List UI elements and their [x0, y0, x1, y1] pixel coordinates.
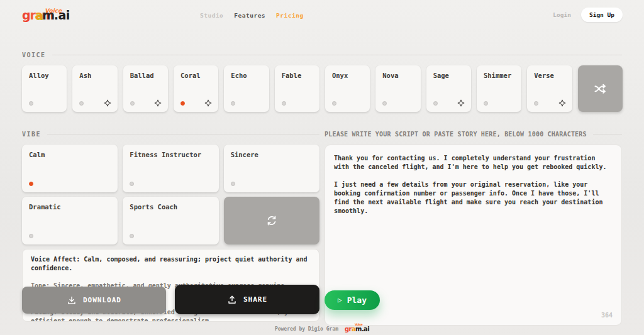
- selection-dot: [534, 101, 538, 106]
- selection-dot: [332, 101, 336, 106]
- share-button-label: SHARE: [243, 295, 267, 304]
- vibe-section-label: VIBE: [22, 131, 319, 138]
- sparkle-icon: [457, 99, 465, 107]
- section-rule: [593, 134, 622, 135]
- affect-paragraph: Voice Affect: Calm, composed, and reassu…: [31, 255, 311, 273]
- download-icon: [67, 295, 77, 305]
- voice-card-label: Sage: [433, 72, 449, 79]
- selection-dot: [231, 182, 235, 186]
- voice-card-alloy[interactable]: Alloy: [22, 65, 67, 112]
- sparkle-icon: [558, 99, 566, 107]
- app-logo: Voicegram.ai: [22, 6, 70, 25]
- powered-by-text: Powered by Digio Gram: [275, 326, 338, 332]
- voice-card-label: Alloy: [29, 72, 49, 79]
- signup-button[interactable]: Sign Up: [581, 8, 623, 22]
- voice-card-label: Verse: [534, 72, 554, 79]
- voice-card-echo[interactable]: Echo: [224, 65, 269, 112]
- script-section-title: PLEASE WRITE YOUR SCRIPT OR PASTE STORY …: [325, 131, 587, 138]
- vibe-card-label: Sincere: [231, 151, 258, 158]
- play-button-label: Play: [347, 295, 367, 305]
- voice-card-label: Onyx: [332, 72, 348, 79]
- sparkle-icon: [204, 99, 212, 107]
- share-button[interactable]: SHARE: [175, 285, 319, 314]
- char-counter: 364: [601, 312, 613, 319]
- selection-dot: [130, 182, 134, 186]
- voice-card-onyx[interactable]: Onyx: [325, 65, 370, 112]
- voice-card-label: Coral: [180, 72, 201, 79]
- script-section-label: PLEASE WRITE YOUR SCRIPT OR PASTE STORY …: [325, 131, 622, 138]
- voice-card-coral[interactable]: Coral: [174, 65, 218, 112]
- voice-card-label: Echo: [231, 72, 247, 79]
- play-icon: ▷: [338, 296, 342, 304]
- vibe-section-title: VIBE: [22, 131, 41, 138]
- selection-dot: [484, 101, 488, 106]
- vibe-card-label: Sports Coach: [130, 203, 177, 211]
- voice-card-label: Shimmer: [484, 72, 511, 79]
- vibe-card-label: Calm: [29, 151, 45, 158]
- sparkle-icon: [104, 99, 111, 107]
- voice-card-nova[interactable]: Nova: [375, 65, 420, 112]
- selection-dot: [79, 101, 84, 106]
- voice-card-label: Ballad: [130, 72, 154, 79]
- voice-card-fable[interactable]: Fable: [275, 65, 319, 112]
- vibe-card-fitness-instructor[interactable]: Fitness Instructor: [123, 145, 218, 192]
- nav-item-studio[interactable]: Studio: [200, 12, 223, 19]
- footer-logo: Voicegram.ai: [345, 326, 369, 332]
- header: Voicegram.ai Studio Features Pricing Log…: [0, 0, 644, 31]
- selection-dot: [382, 101, 387, 106]
- section-rule: [52, 55, 622, 55]
- selection-dot: [29, 182, 33, 186]
- vibe-card-label: Dramatic: [29, 203, 61, 211]
- selection-dot: [130, 101, 135, 106]
- voice-section-title: VOICE: [22, 52, 46, 58]
- selection-dot: [433, 101, 438, 106]
- section-rule: [47, 134, 319, 135]
- voice-card-ballad[interactable]: Ballad: [123, 65, 168, 112]
- voice-card-label: Ash: [79, 72, 91, 79]
- voice-section-label: VOICE: [22, 52, 622, 58]
- voice-card-verse[interactable]: Verse: [527, 65, 572, 112]
- selection-dot: [130, 234, 134, 238]
- download-button[interactable]: DOWNLOAD: [22, 287, 166, 314]
- selection-dot: [231, 101, 235, 106]
- voice-row: Alloy Ash Ballad Coral Echo Fable Onyx N…: [22, 65, 623, 112]
- voice-card-ash[interactable]: Ash: [72, 65, 117, 112]
- shuffle-icon: [592, 80, 608, 97]
- vibe-card-label: Fitness Instructor: [130, 151, 201, 158]
- voice-card-sage[interactable]: Sage: [426, 65, 471, 112]
- auth-area: Login Sign Up: [553, 8, 623, 22]
- nav-item-features[interactable]: Features: [234, 12, 265, 19]
- voice-card-label: Fable: [282, 72, 302, 79]
- download-button-label: DOWNLOAD: [83, 296, 121, 304]
- login-link[interactable]: Login: [553, 11, 571, 18]
- vibe-card-sincere[interactable]: Sincere: [224, 145, 319, 192]
- nav-item-pricing[interactable]: Pricing: [276, 12, 304, 19]
- selection-dot: [180, 101, 185, 106]
- selection-dot: [29, 101, 33, 106]
- sparkle-icon: [154, 99, 162, 107]
- selection-dot: [282, 101, 286, 106]
- vibe-card-dramatic[interactable]: Dramatic: [22, 197, 118, 244]
- voice-card-label: Nova: [382, 72, 398, 79]
- refresh-icon: [264, 213, 279, 228]
- selection-dot: [29, 234, 33, 238]
- vibe-card-calm[interactable]: Calm: [22, 145, 118, 192]
- share-icon: [227, 295, 237, 305]
- vibe-card-sports-coach[interactable]: Sports Coach: [123, 197, 218, 244]
- play-button[interactable]: ▷ Play: [325, 290, 380, 310]
- vibe-grid: Calm Fitness Instructor Sincere Dramatic…: [22, 145, 319, 244]
- logo-voice-badge: Voice: [45, 1, 62, 20]
- refresh-vibes-button[interactable]: [224, 197, 319, 244]
- voice-card-shimmer[interactable]: Shimmer: [477, 65, 521, 112]
- footer-logo-voice-badge: Voice: [355, 322, 362, 326]
- shuffle-voice-button[interactable]: [578, 65, 623, 112]
- main-nav: Studio Features Pricing: [200, 12, 304, 19]
- footer: Powered by Digio Gram Voicegram.ai: [0, 326, 644, 332]
